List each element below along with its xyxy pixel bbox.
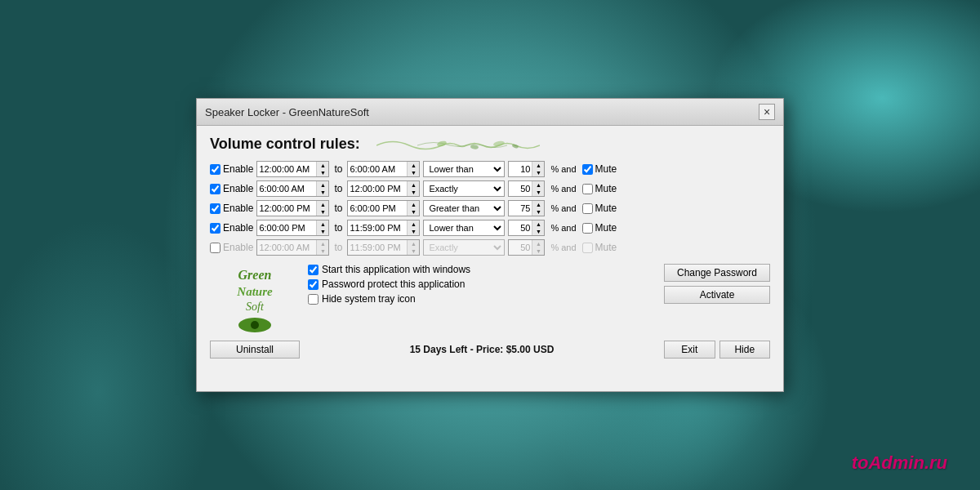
volume-input-4[interactable] bbox=[509, 220, 532, 235]
volume-spinner-4[interactable]: ▲ ▼ bbox=[508, 220, 545, 236]
to-time-4[interactable]: ▲ ▼ bbox=[347, 220, 420, 236]
to-time-input-4[interactable] bbox=[348, 220, 407, 235]
hide-tray-checkbox[interactable] bbox=[308, 294, 318, 305]
to-time-up-1[interactable]: ▲ bbox=[408, 162, 419, 169]
to-time-spin-5[interactable]: ▲ ▼ bbox=[407, 240, 419, 255]
password-protect-option[interactable]: Password protect this application bbox=[308, 278, 656, 290]
mute-label-5[interactable]: Mute bbox=[582, 242, 617, 253]
mute-checkbox-3[interactable] bbox=[582, 203, 593, 214]
volume-spinner-1[interactable]: ▲ ▼ bbox=[508, 161, 545, 177]
to-time-up-4[interactable]: ▲ bbox=[408, 220, 419, 228]
volume-input-1[interactable] bbox=[509, 162, 532, 176]
uninstall-button[interactable]: Uninstall bbox=[210, 341, 300, 359]
from-time-down-2[interactable]: ▼ bbox=[317, 189, 328, 196]
mute-checkbox-1[interactable] bbox=[582, 164, 593, 175]
volume-spin-btns-1[interactable]: ▲ ▼ bbox=[532, 162, 544, 176]
to-time-input-1[interactable] bbox=[348, 162, 407, 176]
comparison-select-5[interactable]: Lower than Exactly Greater than bbox=[423, 239, 505, 256]
comparison-select-3[interactable]: Lower than Exactly Greater than bbox=[423, 200, 505, 216]
volume-down-4[interactable]: ▼ bbox=[532, 228, 544, 235]
enable-label-2[interactable]: Enable bbox=[210, 183, 253, 194]
activate-button[interactable]: Activate bbox=[664, 286, 770, 304]
volume-spinner-5[interactable]: ▲ ▼ bbox=[508, 239, 545, 256]
from-time-input-1[interactable] bbox=[257, 162, 316, 176]
comparison-select-4[interactable]: Lower than Exactly Greater than bbox=[423, 220, 505, 236]
enable-label-3[interactable]: Enable bbox=[210, 203, 253, 214]
from-time-up-2[interactable]: ▲ bbox=[317, 181, 328, 189]
volume-up-4[interactable]: ▲ bbox=[532, 220, 544, 228]
enable-checkbox-2[interactable] bbox=[210, 184, 220, 194]
to-time-down-5[interactable]: ▼ bbox=[408, 247, 419, 255]
from-time-up-3[interactable]: ▲ bbox=[317, 201, 328, 208]
from-time-2[interactable]: ▲ ▼ bbox=[256, 180, 329, 197]
volume-up-1[interactable]: ▲ bbox=[532, 162, 544, 169]
volume-spin-btns-5[interactable]: ▲ ▼ bbox=[532, 240, 544, 255]
to-time-down-2[interactable]: ▼ bbox=[408, 189, 419, 196]
mute-label-3[interactable]: Mute bbox=[582, 203, 617, 214]
to-time-down-4[interactable]: ▼ bbox=[408, 228, 419, 235]
mute-label-2[interactable]: Mute bbox=[582, 183, 617, 194]
comparison-select-1[interactable]: Lower than Exactly Greater than bbox=[423, 161, 505, 177]
volume-down-2[interactable]: ▼ bbox=[532, 189, 544, 196]
to-time-spin-1[interactable]: ▲ ▼ bbox=[407, 162, 419, 176]
start-with-windows-option[interactable]: Start this application with windows bbox=[308, 264, 656, 275]
mute-label-4[interactable]: Mute bbox=[582, 222, 617, 234]
volume-up-3[interactable]: ▲ bbox=[532, 201, 544, 208]
from-time-5[interactable]: ▲ ▼ bbox=[256, 239, 329, 256]
to-time-up-3[interactable]: ▲ bbox=[408, 201, 419, 208]
from-time-input-4[interactable] bbox=[257, 220, 316, 235]
enable-label-5[interactable]: Enable bbox=[210, 242, 253, 253]
from-time-input-2[interactable] bbox=[257, 181, 316, 196]
to-time-5[interactable]: ▲ ▼ bbox=[347, 239, 420, 256]
enable-checkbox-1[interactable] bbox=[210, 164, 220, 175]
volume-input-5[interactable] bbox=[509, 240, 532, 255]
hide-tray-option[interactable]: Hide system tray icon bbox=[308, 293, 656, 305]
volume-spin-btns-3[interactable]: ▲ ▼ bbox=[532, 201, 544, 216]
mute-checkbox-4[interactable] bbox=[582, 223, 593, 234]
volume-up-5[interactable]: ▲ bbox=[532, 240, 544, 247]
to-time-3[interactable]: ▲ ▼ bbox=[347, 200, 420, 216]
enable-label-1[interactable]: Enable bbox=[210, 163, 253, 175]
mute-label-1[interactable]: Mute bbox=[582, 163, 617, 175]
enable-label-4[interactable]: Enable bbox=[210, 222, 253, 234]
to-time-input-3[interactable] bbox=[348, 201, 407, 216]
from-time-4[interactable]: ▲ ▼ bbox=[256, 220, 329, 236]
to-time-down-1[interactable]: ▼ bbox=[408, 169, 419, 176]
from-time-spin-3[interactable]: ▲ ▼ bbox=[316, 201, 328, 216]
change-password-button[interactable]: Change Password bbox=[664, 264, 770, 282]
from-time-up-5[interactable]: ▲ bbox=[317, 240, 328, 247]
to-time-spin-2[interactable]: ▲ ▼ bbox=[407, 181, 419, 196]
to-time-input-5[interactable] bbox=[348, 240, 407, 255]
enable-checkbox-4[interactable] bbox=[210, 223, 220, 234]
comparison-select-2[interactable]: Lower than Exactly Greater than bbox=[423, 180, 505, 197]
volume-input-2[interactable] bbox=[509, 181, 532, 196]
from-time-up-4[interactable]: ▲ bbox=[317, 220, 328, 228]
hide-button[interactable]: Hide bbox=[719, 341, 771, 359]
start-with-windows-checkbox[interactable] bbox=[308, 265, 318, 275]
from-time-spin-5[interactable]: ▲ ▼ bbox=[316, 240, 328, 255]
from-time-down-5[interactable]: ▼ bbox=[317, 247, 328, 255]
to-time-spin-4[interactable]: ▲ ▼ bbox=[407, 220, 419, 235]
volume-input-3[interactable] bbox=[509, 201, 532, 216]
volume-down-3[interactable]: ▼ bbox=[532, 208, 544, 216]
volume-up-2[interactable]: ▲ bbox=[532, 181, 544, 189]
from-time-down-1[interactable]: ▼ bbox=[317, 169, 328, 176]
from-time-1[interactable]: ▲ ▼ bbox=[256, 161, 329, 177]
volume-down-5[interactable]: ▼ bbox=[532, 247, 544, 255]
from-time-down-3[interactable]: ▼ bbox=[317, 208, 328, 216]
to-time-up-2[interactable]: ▲ bbox=[408, 181, 419, 189]
to-time-2[interactable]: ▲ ▼ bbox=[347, 180, 420, 197]
enable-checkbox-5[interactable] bbox=[210, 243, 220, 253]
volume-spinner-3[interactable]: ▲ ▼ bbox=[508, 200, 545, 216]
volume-spin-btns-4[interactable]: ▲ ▼ bbox=[532, 220, 544, 235]
to-time-spin-3[interactable]: ▲ ▼ bbox=[407, 201, 419, 216]
mute-checkbox-5[interactable] bbox=[582, 243, 593, 253]
from-time-spin-4[interactable]: ▲ ▼ bbox=[316, 220, 328, 235]
to-time-down-3[interactable]: ▼ bbox=[408, 208, 419, 216]
volume-down-1[interactable]: ▼ bbox=[532, 169, 544, 176]
password-protect-checkbox[interactable] bbox=[308, 279, 318, 290]
to-time-up-5[interactable]: ▲ bbox=[408, 240, 419, 247]
from-time-input-5[interactable] bbox=[257, 240, 316, 255]
from-time-down-4[interactable]: ▼ bbox=[317, 228, 328, 235]
close-button[interactable]: × bbox=[759, 104, 775, 120]
